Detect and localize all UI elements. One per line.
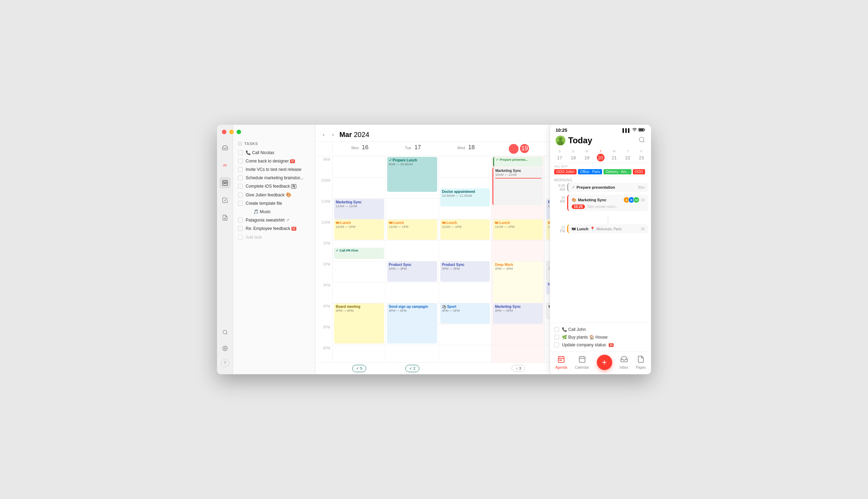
task-checkbox-3[interactable] (238, 167, 243, 172)
event-deep-work[interactable]: Deep Work 2PM — 4PM (493, 261, 543, 303)
add-task-button[interactable]: Add task (237, 233, 311, 242)
event-board-meeting[interactable]: Board meeting 4PM — 6PM (334, 303, 384, 343)
event-marketing-sync-thu-4pm[interactable]: Marketing Sync 4PM — 5PM (493, 303, 543, 324)
counter-tue[interactable]: ✓ 2 (405, 365, 419, 372)
ios-week-17: S 17 (556, 150, 564, 161)
task-label-5: Complete iOS feedback N (246, 184, 296, 189)
task-checkbox-2[interactable] (238, 159, 243, 164)
time-6pm: 6PM (315, 345, 333, 362)
sidebar-item-notes[interactable] (219, 212, 231, 223)
event-product-sync-tue[interactable]: Product Sync 2PM — 3PM (387, 261, 437, 282)
time-10am: 10AM (315, 177, 333, 198)
maximize-button[interactable] (237, 130, 241, 134)
sidebar-item-date[interactable]: 20 (219, 160, 231, 171)
task-checkbox-7[interactable] (238, 201, 243, 206)
task-item-2: Come back to designer M (237, 157, 311, 165)
event-marketing-sync-mon[interactable]: Marketing Sync 11AM — 12AM (334, 199, 384, 219)
sidebar-item-tasks[interactable] (219, 195, 231, 206)
task-checkbox-10[interactable] (238, 226, 243, 231)
task-item-1: 📞 Call Nicolas (237, 149, 311, 157)
svg-point-16 (557, 141, 564, 145)
ios-task-cb-1[interactable] (554, 327, 559, 332)
day-header-wed: Wed 18 (439, 142, 492, 156)
task-checkbox-1[interactable] (238, 150, 243, 155)
sidebar-item-inbox[interactable] (219, 142, 231, 153)
close-button[interactable] (222, 130, 226, 134)
svg-point-9 (223, 330, 227, 334)
ios-week-strip: S 17 S 18 M 19 T 20 W 21 T 22 (550, 148, 651, 163)
event-marketing-sync-thu[interactable]: Marketing Sync 10AM — 12AM (492, 167, 543, 205)
task-checkbox-6[interactable] (238, 193, 243, 197)
event-prepare-lunch[interactable]: ✓ Prepare Lunch 9AM — 10:45AM (387, 157, 437, 192)
ios-task-cb-2[interactable] (554, 335, 559, 340)
event-doctor[interactable]: Doctor appointment 10:30AM — 11:15AM (440, 188, 490, 207)
ios-tasks-section: 📞 Call John 🌿 Buy plants 🏠 House Update … (550, 323, 651, 352)
ios-nav-inbox[interactable]: Inbox (620, 355, 628, 369)
day-header-thu: Thu 19 (492, 142, 545, 156)
ios-task-cb-3[interactable] (554, 342, 559, 347)
task-label-1: 📞 Call Nicolas (246, 150, 274, 155)
ios-nav-calendar-label: Calendar (575, 366, 589, 369)
ios-nav-pages[interactable]: Pages (636, 355, 646, 369)
time-2pm: 2PM (315, 261, 333, 282)
task-checkbox-4[interactable] (238, 175, 243, 180)
ios-spacer (553, 214, 648, 224)
ios-week-21: W 21 (610, 150, 618, 161)
event-lunch-mon[interactable]: 🍽 Lunch 12AM — 1PM (334, 219, 384, 240)
event-call-pr-firm[interactable]: ✓ Call PR Firm (334, 248, 384, 259)
ios-task-label-2: 🌿 Buy plants 🏠 House (562, 335, 608, 340)
time-labels: 9AM 10AM 11AM 12AM 1PM 2PM 3PM 4PM 5PM 6… (315, 156, 333, 362)
event-lunch-wed[interactable]: 🍽 Lunch 12AM — 1PM (440, 219, 490, 240)
counter-thu[interactable]: ○ 3 (512, 365, 525, 372)
task-label-4: Schedule marketing brainstor... (246, 175, 303, 180)
event-lunch-thu[interactable]: 🍽 Lunch 12AM — 1PM (493, 219, 543, 240)
event-product-sync-wed[interactable]: Product Sync 2PM — 3PM (440, 261, 490, 282)
event-prepare-pres[interactable]: ✓ Prepare presenta... (493, 157, 543, 167)
svg-point-5 (225, 183, 225, 184)
ios-card-lunch[interactable]: 🍽 Lunch 📍 Mokonuts, Paris 2h (567, 224, 648, 233)
svg-point-6 (226, 183, 226, 184)
ios-timeline: 9:30AM ✓ Prepare presentation 30m 10AM (550, 183, 651, 323)
ios-morning-label: MORNING (550, 176, 651, 183)
event-sport[interactable]: ⚽ Sport 4PM — 5PM (440, 303, 490, 324)
event-send-signup[interactable]: Send sign up campagin 4PM — 6PM (387, 303, 437, 343)
svg-rect-25 (579, 357, 585, 362)
task-item-5: Complete iOS feedback N (237, 182, 311, 190)
allday-delivery: Delivery · Am... (603, 169, 631, 174)
time-1pm: 1PM (315, 240, 333, 261)
ios-nav-calendar[interactable]: Calendar (575, 355, 589, 369)
ios-lunch-duration: 2h (641, 227, 645, 231)
event-lunch-tue[interactable]: 🍽 Lunch 12AM — 1PM (387, 219, 437, 240)
ios-card-marketing[interactable]: 🎨 Marketing Sync A B +2 1h (567, 195, 648, 211)
svg-rect-19 (558, 357, 564, 362)
tasks-header: TASKS (237, 139, 311, 149)
search-button[interactable] (219, 327, 231, 338)
ios-week-19: M 19 (583, 150, 591, 161)
allday-ooo: OOO (633, 169, 645, 174)
pages-nav-icon (637, 355, 645, 365)
ios-add-button[interactable]: + (597, 355, 612, 370)
task-item-6: Give Julien feedback 🎨 (237, 190, 311, 199)
ios-time-10am: 10AM (553, 195, 565, 203)
settings-button[interactable] (219, 343, 231, 354)
ios-marketing-duration: 1h (641, 198, 645, 202)
ios-nav-agenda[interactable]: Agenda (555, 355, 567, 369)
task-label-8: 🎵 Music (246, 209, 271, 214)
add-task-label: Add task (246, 235, 262, 240)
ios-lunch-title: Lunch (577, 227, 588, 231)
sidebar-item-calendar[interactable] (219, 177, 231, 188)
counter-mon[interactable]: ✓ 5 (352, 365, 366, 372)
ios-week-20-today[interactable]: T 20 (597, 150, 605, 161)
help-button[interactable]: ? (221, 359, 229, 367)
ios-card-prepare-pres[interactable]: ✓ Prepare presentation 30m (567, 183, 648, 192)
task-checkbox-9[interactable] (238, 218, 243, 223)
task-item-10: Re: Employee feedback M (237, 224, 311, 233)
task-item-7: Create template file (237, 199, 311, 208)
ios-private-notes: Take private notes... (587, 205, 619, 209)
icon-sidebar: 20 ? (217, 125, 233, 374)
minimize-button[interactable] (229, 130, 234, 134)
task-checkbox-5[interactable] (238, 184, 243, 189)
ios-task-company-status: Update company status M (554, 341, 647, 349)
ios-event-lunch: 12PM 🍽 Lunch 📍 Mokonuts, Paris 2h (553, 224, 648, 233)
ios-bottom-nav: Agenda Calendar + Inbox Pages (550, 352, 651, 374)
